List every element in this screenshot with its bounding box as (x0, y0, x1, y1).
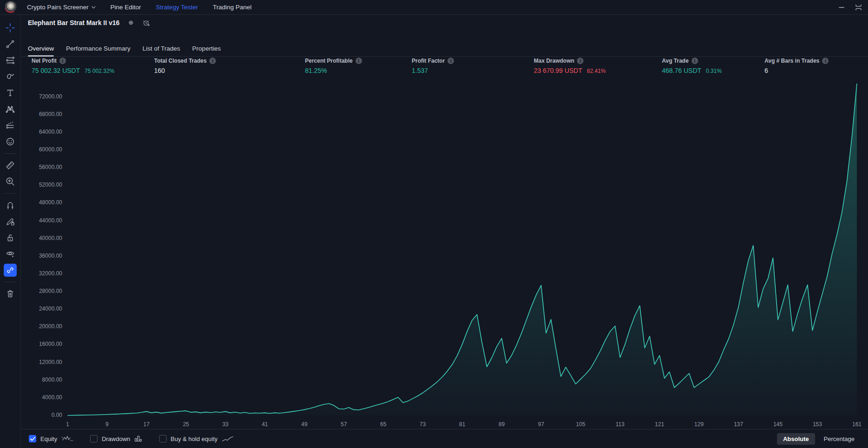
fib-retracement-icon[interactable] (4, 54, 17, 67)
trash-icon[interactable] (4, 287, 17, 300)
equity-curve-chart[interactable] (21, 71, 868, 429)
checkbox-equity[interactable] (29, 435, 36, 442)
info-icon[interactable]: i (356, 58, 362, 64)
x-axis-tick: 57 (341, 421, 347, 428)
x-axis-tick: 145 (773, 421, 783, 428)
trend-line-icon[interactable] (4, 38, 17, 51)
info-icon[interactable]: i (59, 58, 66, 64)
xabcd-pattern-icon[interactable] (4, 103, 17, 116)
ruler-icon[interactable] (4, 159, 17, 172)
stat-label: Avg Trade (662, 58, 689, 64)
chevron-down-icon (91, 6, 96, 9)
tab-list-of-trades[interactable]: List of Trades (143, 41, 180, 56)
info-icon[interactable]: i (209, 58, 216, 64)
window-controls (839, 0, 862, 14)
mode-option-percentage[interactable]: Percentage (818, 433, 861, 445)
bottom-panel-nav: Crypto Pairs ScreenerPine EditorStrategy… (27, 0, 252, 14)
x-axis-tick: 153 (813, 421, 822, 428)
x-axis-tick: 137 (734, 421, 743, 428)
info-icon[interactable]: i (822, 58, 829, 64)
toggle-label: Equity (40, 435, 57, 442)
y-axis-tick: 20000.00 (21, 323, 62, 330)
x-axis-tick: 65 (380, 421, 386, 428)
y-axis-tick: 48000.00 (21, 199, 62, 206)
x-axis-tick: 105 (576, 421, 585, 428)
lock-icon[interactable] (4, 231, 17, 244)
settings-gear-icon[interactable] (127, 19, 135, 27)
mode-option-absolute[interactable]: Absolute (777, 433, 815, 445)
absolute-percentage-toggle: AbsolutePercentage (777, 433, 861, 445)
restore-window-icon[interactable] (855, 5, 862, 10)
x-axis-tick: 49 (301, 421, 307, 428)
toolbar-divider (4, 193, 17, 194)
y-axis-tick: 60000.00 (21, 146, 62, 153)
y-axis-tick: 36000.00 (21, 253, 62, 259)
x-axis-tick: 121 (655, 421, 664, 428)
stat-label-row: Avg # Bars in Tradesi (764, 58, 829, 64)
nav-item-pine-editor[interactable]: Pine Editor (110, 4, 141, 11)
pitchfork-icon[interactable] (4, 70, 17, 83)
toggle-buy-hold-equity[interactable]: Buy & hold equity (159, 435, 234, 442)
x-axis-tick: 41 (262, 421, 268, 428)
y-axis-tick: 28000.00 (21, 288, 62, 294)
toggle-drawdown[interactable]: Drawdown (90, 435, 142, 442)
stat-label: Net Profit (32, 58, 57, 64)
stat-label-row: Net Profiti (32, 58, 114, 64)
strategy-tester-content: Elephant Bar Strat Mark II v16 OverviewP… (21, 15, 868, 448)
nav-item-strategy-tester[interactable]: Strategy Tester (156, 4, 198, 11)
emoji-icon[interactable] (4, 135, 17, 148)
zoom-in-icon[interactable] (4, 175, 17, 188)
forecast-icon[interactable] (4, 119, 17, 132)
tab-performance-summary[interactable]: Performance Summary (66, 41, 130, 56)
stat-label-row: Percent Profitablei (305, 58, 362, 64)
stat-label-row: Total Closed Tradesi (154, 58, 216, 64)
tab-properties[interactable]: Properties (192, 41, 221, 56)
info-icon[interactable]: i (447, 58, 454, 64)
crosshair-icon[interactable] (4, 21, 17, 34)
tab-overview[interactable]: Overview (28, 41, 54, 56)
tab-label: Performance Summary (66, 45, 130, 52)
hide-drawings-icon[interactable] (4, 247, 17, 260)
toggle-label: Drawdown (102, 435, 130, 442)
series-toggles: EquityDrawdownBuy & hold equity (29, 435, 234, 442)
toggle-equity[interactable]: Equity (29, 435, 73, 442)
x-axis-tick: 113 (615, 421, 624, 428)
drawing-toolbar (0, 15, 21, 448)
sync-drawings-button[interactable] (4, 264, 17, 277)
x-axis-tick: 81 (459, 421, 465, 428)
checkbox-buy-hold-equity[interactable] (159, 435, 167, 442)
y-axis-tick: 32000.00 (21, 270, 62, 277)
nav-item-crypto-pairs-screener[interactable]: Crypto Pairs Screener (27, 4, 96, 11)
tab-label: Overview (28, 45, 54, 52)
minimize-icon[interactable] (839, 7, 844, 8)
text-icon[interactable] (4, 86, 17, 99)
checkbox-drawdown[interactable] (90, 435, 97, 442)
x-axis-tick: 161 (852, 421, 862, 428)
x-axis-tick: 73 (420, 421, 426, 428)
x-axis-tick: 129 (694, 421, 704, 428)
y-axis-tick: 40000.00 (21, 235, 62, 241)
add-alert-icon[interactable] (142, 19, 150, 27)
toolbar-divider (4, 153, 17, 154)
stat-label: Profit Factor (412, 58, 445, 64)
drawing-lock-icon[interactable] (4, 215, 17, 228)
y-axis-tick: 64000.00 (21, 129, 62, 135)
y-axis-tick: 68000.00 (21, 111, 62, 117)
strategy-header: Elephant Bar Strat Mark II v16 (28, 19, 150, 27)
x-axis-tick: 17 (143, 421, 149, 428)
magnet-icon[interactable] (4, 199, 17, 212)
y-axis-tick: 44000.00 (21, 217, 62, 224)
stat-label: Avg # Bars in Trades (764, 58, 819, 64)
nav-item-label: Trading Panel (213, 4, 252, 11)
stat-label-row: Profit Factori (412, 58, 454, 64)
info-icon[interactable]: i (692, 58, 698, 64)
tab-label: Properties (192, 45, 221, 52)
nav-item-trading-panel[interactable]: Trading Panel (213, 4, 252, 11)
avatar[interactable] (5, 1, 17, 13)
strategy-title: Elephant Bar Strat Mark II v16 (28, 19, 120, 26)
stat-label: Max Drawdown (534, 58, 574, 64)
y-axis-tick: 0.00 (21, 412, 62, 418)
equity-area-fill (68, 84, 857, 416)
stat-label: Total Closed Trades (154, 58, 207, 64)
info-icon[interactable]: i (577, 58, 583, 64)
